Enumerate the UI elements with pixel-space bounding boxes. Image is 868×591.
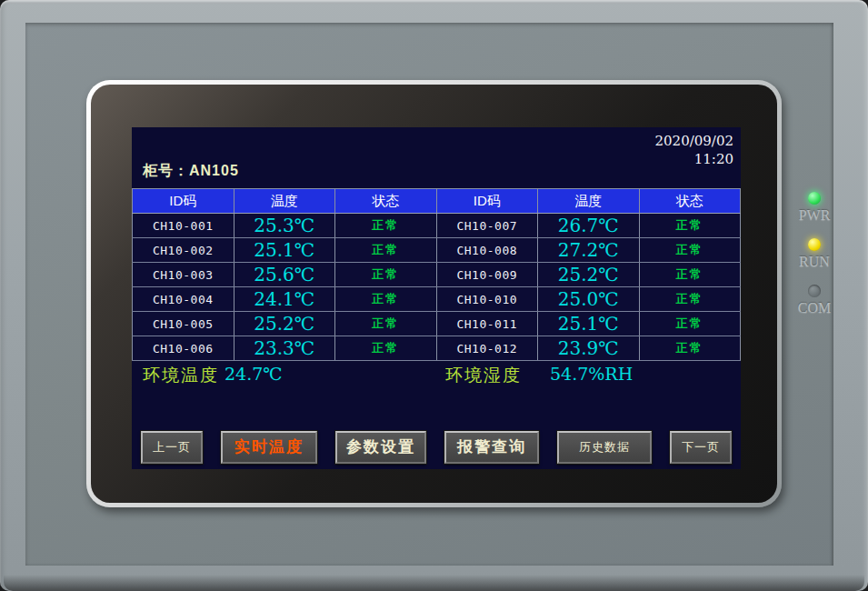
- channel-id: CH10-001: [132, 214, 234, 237]
- channel-id: CH10-012: [437, 336, 539, 360]
- led-label: PWR: [787, 207, 842, 224]
- temperature-value: 25.1℃: [538, 312, 640, 336]
- temperature-value: 25.1℃: [234, 238, 336, 262]
- touchscreen: 2020/09/02 11:20 柜号：AN105 ID码温度状态ID码温度状态…: [132, 127, 741, 469]
- channel-id: CH10-011: [437, 312, 539, 336]
- cabinet-label: 柜号：AN105: [143, 162, 239, 181]
- led-panel: PWRRUNCOM: [787, 192, 842, 331]
- channel-table: ID码温度状态ID码温度状态 CH10-00125.3℃正常CH10-00726…: [132, 188, 741, 361]
- status-value: 正常: [640, 312, 742, 336]
- channel-id: CH10-009: [437, 263, 539, 286]
- column-header: 状态: [640, 189, 742, 213]
- com-led-icon: [808, 285, 821, 297]
- led-block-com: COM: [787, 285, 842, 316]
- channel-id: CH10-007: [437, 214, 539, 237]
- temperature-value: 25.6℃: [234, 263, 336, 286]
- ambient-humidity-value: 54.7%RH: [550, 364, 633, 384]
- channel-id: CH10-010: [437, 287, 539, 311]
- status-value: 正常: [640, 336, 742, 360]
- status-value: 正常: [640, 263, 742, 286]
- nav-button-5[interactable]: 历史数据: [557, 431, 652, 464]
- temperature-value: 27.2℃: [538, 238, 640, 262]
- nav-button-2[interactable]: 实时温度: [221, 431, 317, 464]
- column-header: 温度: [538, 189, 640, 213]
- table-row: CH10-00623.3℃正常CH10-01223.9℃正常: [132, 336, 741, 361]
- led-block-run: RUN: [787, 238, 842, 270]
- ambient-temp-value: 24.7℃: [224, 364, 283, 384]
- status-value: 正常: [335, 238, 437, 262]
- nav-button-1[interactable]: 上一页: [141, 431, 203, 464]
- status-value: 正常: [335, 287, 437, 311]
- status-value: 正常: [335, 312, 437, 336]
- nav-button-row: 上一页实时温度参数设置报警查询历史数据下一页: [141, 430, 732, 464]
- column-header: 温度: [234, 189, 336, 213]
- time-display: 11:20: [655, 150, 733, 168]
- screen-bezel-rim: 2020/09/02 11:20 柜号：AN105 ID码温度状态ID码温度状态…: [86, 80, 782, 507]
- channel-id: CH10-008: [437, 238, 539, 262]
- screen-bezel: 2020/09/02 11:20 柜号：AN105 ID码温度状态ID码温度状态…: [91, 85, 777, 503]
- ambient-humidity-label: 环境湿度: [445, 364, 522, 387]
- nav-button-6[interactable]: 下一页: [670, 431, 732, 464]
- channel-id: CH10-005: [132, 312, 234, 336]
- table-row: CH10-00225.1℃正常CH10-00827.2℃正常: [132, 238, 741, 263]
- table-row: CH10-00424.1℃正常CH10-01025.0℃正常: [132, 287, 741, 312]
- table-row: CH10-00325.6℃正常CH10-00925.2℃正常: [132, 263, 741, 287]
- channel-id: CH10-003: [132, 263, 234, 286]
- temperature-value: 25.2℃: [234, 312, 336, 336]
- temperature-value: 23.3℃: [234, 336, 336, 360]
- pwr-led-icon: [808, 192, 821, 205]
- channel-table-body: CH10-00125.3℃正常CH10-00726.7℃正常CH10-00225…: [132, 214, 741, 361]
- channel-id: CH10-002: [132, 238, 234, 262]
- temperature-value: 24.1℃: [234, 287, 336, 311]
- temperature-value: 25.3℃: [234, 214, 336, 237]
- ambient-temp-label: 环境温度: [143, 364, 219, 387]
- date-display: 2020/09/02: [655, 132, 733, 150]
- temperature-value: 23.9℃: [538, 336, 640, 360]
- table-row: CH10-00125.3℃正常CH10-00726.7℃正常: [132, 214, 741, 238]
- channel-id: CH10-004: [132, 287, 234, 311]
- nav-button-4[interactable]: 报警查询: [444, 431, 539, 464]
- temperature-value: 25.0℃: [538, 287, 640, 311]
- column-header: ID码: [132, 189, 234, 213]
- nav-button-3[interactable]: 参数设置: [335, 431, 426, 464]
- status-value: 正常: [640, 238, 742, 262]
- hmi-device: 2020/09/02 11:20 柜号：AN105 ID码温度状态ID码温度状态…: [0, 0, 868, 591]
- temperature-value: 26.7℃: [538, 214, 640, 237]
- led-block-pwr: PWR: [787, 192, 842, 224]
- column-header: 状态: [335, 189, 437, 213]
- temperature-value: 25.2℃: [538, 263, 640, 286]
- status-value: 正常: [335, 263, 437, 286]
- column-header: ID码: [437, 189, 539, 213]
- status-value: 正常: [640, 287, 742, 311]
- table-row: CH10-00525.2℃正常CH10-01125.1℃正常: [132, 312, 741, 336]
- ambient-row: 环境温度 24.7℃ 环境湿度 54.7%RH: [132, 360, 741, 391]
- led-label: COM: [787, 300, 842, 316]
- table-header-row: ID码温度状态ID码温度状态: [132, 189, 741, 214]
- status-value: 正常: [640, 214, 742, 237]
- run-led-icon: [808, 238, 821, 251]
- datetime-display: 2020/09/02 11:20: [655, 132, 733, 168]
- channel-id: CH10-006: [132, 336, 234, 360]
- status-value: 正常: [335, 336, 437, 360]
- status-value: 正常: [335, 214, 437, 237]
- led-label: RUN: [787, 254, 842, 270]
